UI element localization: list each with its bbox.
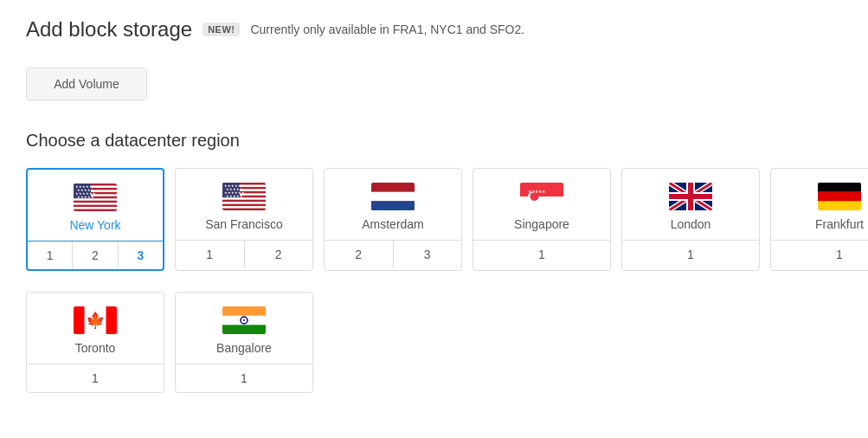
- region-card-london[interactable]: London1: [621, 168, 760, 271]
- zone-button-new-york-2[interactable]: 2: [73, 242, 118, 269]
- region-top-amsterdam: Amsterdam: [325, 169, 461, 240]
- region-zones-toronto: 1: [27, 364, 164, 392]
- regions-grid: ★★★★★★ ★★★★★ ★★★★★★ ★★★★★ New York123 ★★…: [26, 168, 842, 393]
- region-name-frankfurt: Frankfurt: [780, 217, 868, 231]
- zone-button-frankfurt-1[interactable]: 1: [771, 241, 868, 268]
- region-zones-london: 1: [622, 240, 759, 268]
- region-card-new-york[interactable]: ★★★★★★ ★★★★★ ★★★★★★ ★★★★★ New York123: [26, 168, 164, 271]
- zone-button-singapore-1[interactable]: 1: [473, 241, 610, 268]
- svg-text:🍁: 🍁: [86, 311, 106, 330]
- region-card-bangalore[interactable]: Bangalore1: [175, 292, 313, 393]
- region-top-bangalore: Bangalore: [176, 293, 312, 364]
- flag-icon-us: ★★★★★★ ★★★★★ ★★★★★★ ★★★★★: [222, 183, 266, 210]
- svg-text:★★★★★: ★★★★★: [528, 189, 546, 194]
- new-badge: NEW!: [203, 23, 240, 36]
- flag-icon-ca: 🍁: [74, 306, 117, 334]
- flag-icon-de: [818, 183, 861, 210]
- region-top-singapore: ★★★★★ Singapore: [473, 169, 610, 240]
- flag-icon-sg: ★★★★★: [520, 183, 563, 210]
- region-name-san-francisco: San Francisco: [184, 217, 304, 231]
- flag-icon-gb: [669, 183, 712, 210]
- availability-text: Currently only available in FRA1, NYC1 a…: [250, 23, 524, 36]
- svg-rect-18: [222, 206, 266, 208]
- svg-rect-41: [222, 306, 266, 316]
- svg-rect-35: [818, 192, 861, 202]
- section-title: Choose a datacenter region: [26, 131, 842, 151]
- region-card-toronto[interactable]: 🍁 Toronto1: [26, 292, 164, 393]
- svg-rect-38: [106, 306, 118, 334]
- region-top-london: London: [622, 169, 759, 240]
- zone-button-new-york-1[interactable]: 1: [28, 242, 73, 269]
- add-volume-button[interactable]: Add Volume: [26, 68, 147, 100]
- zone-button-san-francisco-2[interactable]: 2: [245, 241, 313, 268]
- region-top-new-york: ★★★★★★ ★★★★★ ★★★★★★ ★★★★★ New York: [28, 170, 163, 241]
- zone-button-bangalore-1[interactable]: 1: [176, 364, 312, 392]
- region-card-frankfurt[interactable]: Frankfurt1: [770, 168, 868, 271]
- region-zones-singapore: 1: [473, 240, 610, 268]
- flag-icon-nl: [371, 183, 415, 210]
- region-name-bangalore: Bangalore: [184, 341, 304, 355]
- zone-button-new-york-3[interactable]: 3: [119, 242, 163, 269]
- zone-button-amsterdam-2[interactable]: 2: [325, 241, 394, 268]
- region-zones-bangalore: 1: [176, 364, 312, 392]
- region-top-san-francisco: ★★★★★★ ★★★★★ ★★★★★★ ★★★★★ San Francisco: [176, 169, 312, 240]
- region-zones-new-york: 123: [28, 241, 163, 269]
- svg-rect-17: [222, 202, 266, 203]
- region-card-singapore[interactable]: ★★★★★ Singapore1: [473, 168, 611, 271]
- page-title: Add block storage: [26, 17, 192, 42]
- zone-button-amsterdam-3[interactable]: 3: [394, 241, 462, 268]
- region-top-toronto: 🍁 Toronto: [27, 293, 164, 364]
- region-name-amsterdam: Amsterdam: [333, 217, 453, 231]
- svg-text:★★★★★: ★★★★★: [77, 195, 94, 199]
- flag-icon-in: [222, 306, 266, 334]
- region-zones-san-francisco: 12: [176, 240, 312, 268]
- page-header: Add block storage NEW! Currently only av…: [26, 17, 842, 42]
- region-card-amsterdam[interactable]: Amsterdam23: [324, 168, 462, 271]
- svg-rect-5: [74, 203, 117, 204]
- svg-rect-26: [371, 201, 415, 210]
- zone-button-san-francisco-1[interactable]: 1: [176, 241, 245, 268]
- region-card-san-francisco[interactable]: ★★★★★★ ★★★★★ ★★★★★★ ★★★★★ San Francisco1…: [175, 168, 313, 271]
- zone-button-toronto-1[interactable]: 1: [27, 364, 164, 392]
- svg-text:★★★★★: ★★★★★: [226, 194, 243, 198]
- region-name-singapore: Singapore: [482, 217, 601, 231]
- region-zones-frankfurt: 1: [771, 240, 868, 268]
- svg-rect-25: [371, 192, 415, 202]
- region-name-new-york: New York: [36, 218, 154, 232]
- region-name-london: London: [631, 217, 750, 231]
- region-name-toronto: Toronto: [35, 341, 155, 355]
- svg-rect-37: [74, 306, 85, 334]
- region-top-frankfurt: Frankfurt: [771, 169, 868, 240]
- svg-rect-6: [74, 207, 117, 209]
- svg-rect-42: [222, 325, 266, 334]
- flag-icon-us: ★★★★★★ ★★★★★ ★★★★★★ ★★★★★: [74, 184, 117, 211]
- zone-button-london-1[interactable]: 1: [622, 241, 759, 268]
- svg-rect-34: [818, 183, 861, 192]
- region-zones-amsterdam: 23: [325, 240, 461, 268]
- svg-point-44: [243, 319, 245, 321]
